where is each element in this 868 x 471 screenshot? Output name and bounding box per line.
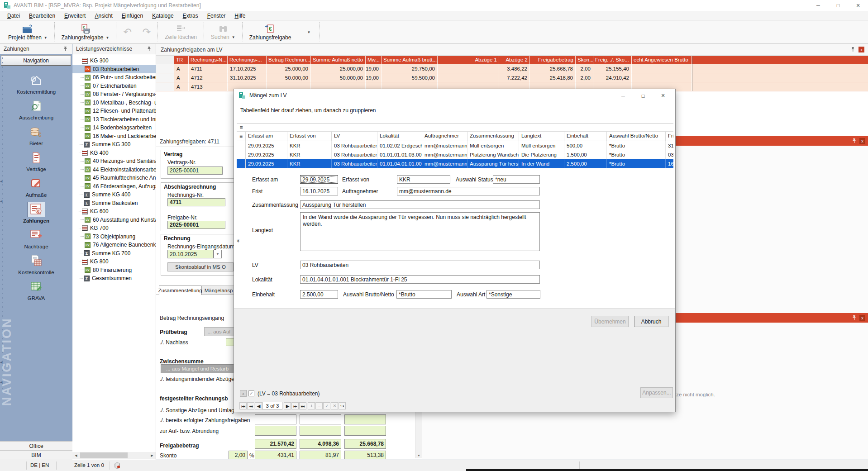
chevron-down-icon[interactable]: ▼ [105,36,109,40]
chevron-down-icon[interactable]: ▼ [232,35,235,39]
toolbar-overflow-button[interactable]: ▼ [300,21,318,43]
skontoablauf-button[interactable]: Skontoablauf in MS O [167,262,234,271]
select-all-icon[interactable] [237,133,245,139]
nav-commit-icon[interactable]: ✓ [323,402,330,409]
tree-item[interactable]: 12 Fliesen- und Plattenarbe [72,107,156,115]
tab-maengelanspr[interactable]: Mängelansp [201,285,236,295]
pin-icon[interactable] [146,46,152,52]
open-project-button[interactable]: Projekt öffnen▼ [3,21,53,43]
tree-item[interactable]: KG 700 [72,224,156,233]
filter-remove-button[interactable]: x [240,390,247,397]
sidebar-item-nachtraege[interactable]: Nachträge [0,228,72,252]
zahlungsfreigaben-field-1[interactable] [255,414,296,424]
skonto-prozent-field[interactable]: 2,00 [229,451,248,459]
sidebar-footer-bim[interactable]: BIM [0,450,72,460]
menu-item[interactable]: Erweitert [60,12,90,20]
menu-item[interactable]: Datei [3,12,24,20]
tree-item[interactable]: Summe KG 700 [72,249,156,258]
column-header[interactable]: Abzüge 2 [499,56,530,64]
column-header[interactable]: Erfasst von [287,132,332,141]
eingangsdatum-field[interactable]: 20.10.2025 [167,250,214,258]
column-header[interactable]: Einbehalt [564,132,607,141]
close-panel-icon[interactable]: x [859,138,865,144]
uebernehmen-button[interactable]: Übernehmen [591,316,629,327]
scroll-left-icon[interactable]: ◀ [72,452,80,459]
anpassen-button[interactable]: Anpassen... [640,387,673,398]
close-panel-icon[interactable]: x [859,315,865,321]
column-header[interactable]: LV [332,132,377,141]
scroll-right-icon[interactable]: ▶ [148,452,156,459]
tree-item[interactable]: 73 Objektplanung [72,233,156,241]
lokalitaet-field[interactable]: 01.01.04.01.01.001 Blockrahmentür 1-Fl 2… [300,275,540,284]
tree-item[interactable]: 40 Heizungs- und Sanitäranl [72,157,156,166]
tree-item[interactable]: 07 Estricharbeiten [72,82,156,90]
column-header[interactable]: Summe Aufmaß brutt... [382,56,438,64]
column-header[interactable]: Fris [666,132,673,141]
tree-item[interactable]: Summe KG 400 [72,190,156,199]
menu-item[interactable]: Fenster [203,12,230,20]
erfasst-von-field[interactable]: KKR [397,175,450,184]
chevron-down-icon[interactable]: ▼ [44,36,48,40]
tree-item[interactable]: KG 600 [72,207,156,216]
abbruch-button[interactable]: Abbruch [634,316,668,327]
database-icon[interactable] [114,462,120,469]
einbehalt-field[interactable]: 2.500,00 [300,290,338,299]
maengel-row[interactable]: 29.09.2025 KKR 03 Rohbauarbeiten 01.01.0… [237,150,673,159]
zusammenfassung-field[interactable]: Aussparung Tür herstellen [300,200,540,209]
navigation-header-button[interactable]: Navigation [1,55,71,66]
pin-icon[interactable] [851,138,857,144]
tree-item[interactable]: 16 Maler- und Lackierarbeit [72,132,156,141]
langtext-field[interactable]: In der Wand wurde die Aussparung der Tür… [300,212,540,251]
tree-item[interactable]: 06 Putz- und Stuckarbeiten, [72,73,156,82]
dialog-close-button[interactable]: ✕ [656,91,670,100]
payment-release-print-button[interactable]: € Zahlungsfreigabe▼ [56,21,115,43]
search-button[interactable]: Suchen▼ [205,21,241,43]
auftragnehmer-field[interactable]: mm@mustermann.de [397,187,540,195]
vertrags-nr-field[interactable]: 2025-00001 [167,167,223,175]
tab-zusammenstellung[interactable]: Zusammenstellung [159,285,201,295]
date-dropdown-button[interactable]: ▼ [214,250,222,258]
aus-aufmass-button[interactable]: ... aus Auf [204,327,234,336]
nav-first-icon[interactable]: |◀◀ [239,402,247,409]
column-header[interactable]: Abzüge 1 [438,56,499,64]
minimize-button[interactable]: ─ [808,0,828,11]
table-options-icon[interactable] [237,124,246,131]
scrollbar-thumb[interactable] [80,452,128,458]
tree-item[interactable]: 14 Bodenbelagsarbeiten [72,124,156,132]
payment-release-button[interactable]: € Zahlungsfreigabe [244,21,297,43]
tree-item[interactable]: 03 Rohbauarbeiten [72,65,156,74]
groupby-hint[interactable]: Tabellenfeld hier drauf ziehen, um danac… [240,107,376,114]
dialog-minimize-button[interactable]: ─ [616,91,630,100]
sidebar-item-zahlungen[interactable]: € Zahlungen [0,202,72,226]
column-header[interactable]: Freig. ./. Sko... [593,56,632,64]
close-panel-icon[interactable]: x [858,47,864,52]
filter-checkbox[interactable] [248,390,254,396]
rechnungs-nr-field[interactable]: 4711 [167,198,225,206]
tree-item[interactable]: 45 Raumlufttechnische Anl. [72,174,156,182]
rundung-field-2[interactable] [300,426,341,436]
row-selector[interactable] [237,141,246,150]
row-selector[interactable] [156,82,174,91]
tree-item[interactable]: KG 400 [72,149,156,157]
zahlungsfreigaben-field-2[interactable] [300,414,341,424]
tree-item[interactable]: 10 Metallbau-, Beschlag- ur [72,99,156,107]
brutto-netto-field[interactable]: *Brutto [396,290,452,299]
zahlungsfreigaben-field-3[interactable] [344,414,386,424]
tree-item[interactable]: Summe Baukosten [72,199,156,208]
menu-item[interactable]: Einfügen [117,12,148,20]
row-selector[interactable] [156,73,174,82]
redo-button[interactable]: ↷ [137,21,156,43]
erfasst-am-field[interactable]: 29.09.2025 [300,175,338,184]
column-header[interactable]: echt Angewiesen Brutto [632,56,692,64]
sidebar-item-kostenermittlung[interactable]: € Kostenermittlung [0,73,72,97]
nav-last-icon[interactable]: ▶▶| [299,402,306,409]
maengel-row[interactable]: 29.09.2025 KKR 03 Rohbauarbeiten 01.01.0… [237,159,673,168]
status-field[interactable]: *neu [493,175,540,184]
menu-item[interactable]: Ansicht [90,12,117,20]
tree-item[interactable]: 60 Ausstattung und Kunstw [72,216,156,224]
sidebar-item-bieter[interactable]: € Bieter [0,124,72,149]
menu-item[interactable]: Kataloge [148,12,178,20]
nav-refresh-icon[interactable]: ↪ [339,402,346,409]
sidebar-footer-office[interactable]: Office [0,441,72,450]
tree-item[interactable]: Summe KG 300 [72,140,156,149]
